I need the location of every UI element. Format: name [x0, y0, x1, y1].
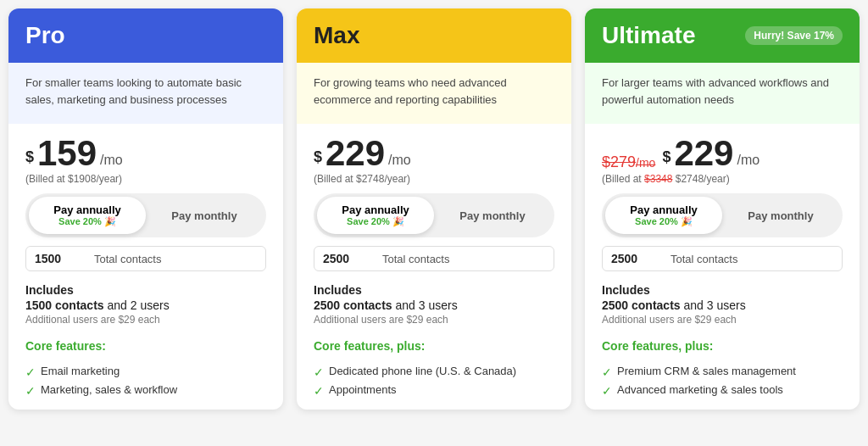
price-section-max: $ 229 /mo (Billed at $2748/year) [314, 136, 554, 185]
price-billed-old-ultimate: $3348 [644, 173, 672, 185]
toggle-monthly-ultimate[interactable]: Pay monthly [722, 203, 839, 229]
price-old-ultimate: $279/mo [602, 153, 655, 171]
toggle-annually-ultimate[interactable]: Pay annually Save 20% 🎉 [605, 197, 722, 234]
price-amount-max: 229 [326, 136, 385, 171]
price-row-max: $ 229 /mo [314, 136, 554, 171]
plan-card-pro: Pro For smaller teams looking to automat… [8, 8, 283, 410]
contacts-row-max: Total contacts [314, 246, 554, 271]
price-period-max: /mo [388, 153, 411, 168]
toggle-annually-label-pro: Pay annually [53, 203, 120, 216]
check-icon-pro-1: ✓ [25, 384, 36, 398]
feature-text-pro-1: Marketing, sales & workflow [41, 383, 177, 396]
toggle-monthly-pro[interactable]: Pay monthly [146, 203, 263, 229]
feature-item-max-0: ✓ Dedicated phone line (U.S. & Canada) [314, 365, 554, 379]
feature-item-ultimate-1: ✓ Advanced marketing & sales tools [602, 383, 843, 398]
price-amount-ultimate: 229 [674, 136, 733, 171]
feature-text-ultimate-0: Premium CRM & sales management [617, 365, 796, 377]
feature-text-max-0: Dedicated phone line (U.S. & Canada) [329, 365, 516, 377]
contacts-label-max: Total contacts [382, 253, 450, 265]
plan-name-max: Max [314, 22, 359, 49]
save-label-max: Save 20% 🎉 [326, 216, 426, 227]
check-icon-max-0: ✓ [314, 365, 324, 379]
toggle-annually-max[interactable]: Pay annually Save 20% 🎉 [317, 197, 434, 234]
plan-description-pro: For smaller teams looking to automate ba… [8, 63, 283, 124]
features-title-max: Core features, plus: [314, 339, 554, 353]
plan-card-ultimate: Ultimate Hurry! Save 17% For larger team… [585, 8, 860, 410]
check-icon-max-1: ✓ [314, 384, 324, 398]
contacts-row-pro: Total contacts [25, 246, 266, 271]
toggle-section-max: Pay annually Save 20% 🎉 Pay monthly [314, 193, 554, 237]
includes-section-ultimate: Includes 2500 contacts and 3 users Addit… [602, 283, 843, 326]
price-billed-ultimate: (Billed at $3348 $2748/year) [602, 173, 843, 185]
toggle-monthly-label-pro: Pay monthly [171, 209, 236, 222]
includes-section-pro: Includes 1500 contacts and 2 users Addit… [25, 283, 266, 326]
includes-sub-pro: Additional users are $29 each [25, 314, 266, 326]
check-icon-ultimate-1: ✓ [602, 384, 612, 398]
includes-main-max: 2500 contacts and 3 users [314, 298, 554, 312]
check-icon-pro-0: ✓ [25, 365, 36, 379]
price-section-ultimate: $279/mo $ 229 /mo (Billed at $3348 $2748… [602, 136, 843, 185]
price-amount-pro: 159 [37, 136, 97, 171]
feature-item-pro-0: ✓ Email marketing [25, 365, 266, 379]
price-row-ultimate: $279/mo $ 229 /mo [602, 136, 843, 171]
plan-description-text-ultimate: For larger teams with advanced workflows… [602, 76, 829, 106]
plan-body-ultimate: $279/mo $ 229 /mo (Billed at $3348 $2748… [585, 124, 860, 410]
toggle-annually-pro[interactable]: Pay annually Save 20% 🎉 [29, 197, 146, 234]
price-section-pro: $ 159 /mo (Billed at $1908/year) [25, 136, 266, 185]
toggle-annually-label-ultimate: Pay annually [630, 203, 697, 216]
toggle-monthly-label-ultimate: Pay monthly [748, 209, 813, 222]
hurry-badge-ultimate: Hurry! Save 17% [745, 26, 843, 45]
toggle-section-pro: Pay annually Save 20% 🎉 Pay monthly [25, 193, 266, 237]
feature-text-ultimate-1: Advanced marketing & sales tools [617, 383, 783, 396]
price-period-ultimate: /mo [737, 153, 760, 168]
includes-title-max: Includes [314, 283, 554, 297]
price-currency-ultimate: $ [662, 148, 670, 166]
features-title-ultimate: Core features, plus: [602, 339, 843, 353]
plan-header-pro: Pro [8, 8, 283, 63]
toggle-monthly-label-max: Pay monthly [459, 209, 525, 222]
includes-main-ultimate: 2500 contacts and 3 users [602, 298, 843, 312]
plan-description-ultimate: For larger teams with advanced workflows… [585, 63, 860, 124]
feature-item-pro-1: ✓ Marketing, sales & workflow [25, 383, 266, 398]
pricing-container: Pro For smaller teams looking to automat… [8, 8, 860, 410]
contacts-input-ultimate[interactable] [611, 252, 662, 265]
plan-description-text-max: For growing teams who need advanced ecom… [314, 76, 507, 106]
contacts-input-max[interactable] [323, 252, 374, 265]
feature-item-max-1: ✓ Appointments [314, 383, 554, 398]
price-currency-max: $ [314, 148, 322, 166]
price-currency-pro: $ [25, 148, 34, 166]
toggle-monthly-max[interactable]: Pay monthly [434, 203, 551, 229]
plan-description-text-pro: For smaller teams looking to automate ba… [25, 76, 242, 106]
price-period-pro: /mo [100, 153, 123, 168]
save-label-ultimate: Save 20% 🎉 [614, 216, 714, 227]
features-title-pro: Core features: [25, 339, 266, 353]
plan-body-max: $ 229 /mo (Billed at $2748/year) Pay ann… [297, 124, 571, 410]
includes-title-pro: Includes [25, 283, 266, 297]
price-row-pro: $ 159 /mo [25, 136, 266, 171]
includes-main-pro: 1500 contacts and 2 users [25, 298, 266, 312]
contacts-label-pro: Total contacts [94, 253, 162, 265]
plan-name-ultimate: Ultimate [602, 22, 695, 49]
plan-card-max: Max For growing teams who need advanced … [297, 8, 571, 410]
plan-body-pro: $ 159 /mo (Billed at $1908/year) Pay ann… [8, 124, 283, 410]
feature-item-ultimate-0: ✓ Premium CRM & sales management [602, 365, 843, 379]
includes-sub-ultimate: Additional users are $29 each [602, 314, 843, 326]
feature-list-ultimate: ✓ Premium CRM & sales management ✓ Advan… [602, 365, 843, 398]
feature-list-max: ✓ Dedicated phone line (U.S. & Canada) ✓… [314, 365, 554, 398]
includes-section-max: Includes 2500 contacts and 3 users Addit… [314, 283, 554, 326]
plan-name-pro: Pro [25, 22, 65, 49]
toggle-section-ultimate: Pay annually Save 20% 🎉 Pay monthly [602, 193, 843, 237]
check-icon-ultimate-0: ✓ [602, 365, 612, 379]
feature-text-max-1: Appointments [329, 383, 397, 396]
price-billed-pro: (Billed at $1908/year) [25, 173, 266, 185]
contacts-row-ultimate: Total contacts [602, 246, 843, 271]
contacts-input-pro[interactable] [35, 252, 86, 265]
includes-title-ultimate: Includes [602, 283, 843, 297]
contacts-label-ultimate: Total contacts [670, 253, 738, 265]
plan-header-ultimate: Ultimate Hurry! Save 17% [585, 8, 860, 63]
toggle-annually-label-max: Pay annually [342, 203, 409, 216]
plan-header-max: Max [297, 8, 571, 63]
save-label-pro: Save 20% 🎉 [37, 216, 137, 227]
includes-sub-max: Additional users are $29 each [314, 314, 554, 326]
feature-list-pro: ✓ Email marketing ✓ Marketing, sales & w… [25, 365, 266, 398]
